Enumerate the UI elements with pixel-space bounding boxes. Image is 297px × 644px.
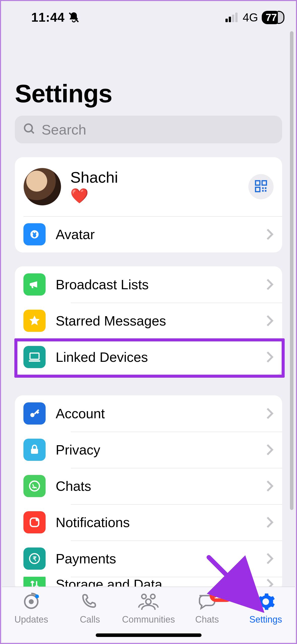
tab-label: Updates <box>14 614 48 625</box>
row-label: Chats <box>56 478 91 494</box>
chevron-right-icon <box>266 407 274 420</box>
chevron-right-icon <box>266 228 274 240</box>
svg-rect-8 <box>262 181 266 185</box>
svg-rect-2 <box>229 17 231 22</box>
row-broadcast-lists[interactable]: Broadcast Lists <box>15 266 282 303</box>
row-starred-messages[interactable]: Starred Messages <box>15 303 282 339</box>
row-label: Broadcast Lists <box>56 277 149 292</box>
svg-rect-17 <box>30 353 39 359</box>
row-privacy[interactable]: Privacy <box>15 432 282 468</box>
svg-rect-9 <box>255 187 260 191</box>
row-account[interactable]: Account <box>15 395 282 432</box>
chevron-right-icon <box>266 444 274 456</box>
megaphone-icon <box>23 273 46 296</box>
chats-badge: 124 <box>210 589 233 602</box>
notification-icon <box>23 511 46 533</box>
svg-rect-12 <box>262 190 264 192</box>
star-icon <box>23 310 46 332</box>
tab-label: Chats <box>195 614 219 625</box>
tab-communities[interactable]: Communities <box>123 592 174 625</box>
profile-name: Shachi <box>70 168 118 186</box>
lists-section: Broadcast Lists Starred Messages Linked … <box>15 266 282 375</box>
silent-icon <box>68 11 80 23</box>
search-input[interactable]: Search <box>15 116 282 143</box>
status-time: 11:44 <box>31 10 65 25</box>
battery-icon: 77 <box>262 11 281 24</box>
profile-status: ❤️ <box>70 186 118 205</box>
network-type: 4G <box>243 11 258 24</box>
lock-icon <box>23 439 46 461</box>
row-label: Linked Devices <box>56 349 148 365</box>
row-linked-devices[interactable]: Linked Devices <box>15 339 282 375</box>
search-icon <box>23 122 36 137</box>
scrollbar[interactable] <box>290 31 293 510</box>
chevron-right-icon <box>266 278 274 291</box>
profile-section: Shachi ❤️ Avatar <box>15 157 282 252</box>
tab-chats[interactable]: 124 Chats <box>182 592 232 625</box>
svg-rect-1 <box>225 19 228 22</box>
svg-rect-13 <box>265 190 267 192</box>
rupee-icon: ₹ <box>23 548 46 570</box>
laptop-icon <box>23 346 46 368</box>
row-label: Payments <box>56 551 116 566</box>
svg-point-16 <box>35 232 37 234</box>
chevron-right-icon <box>266 315 274 327</box>
row-payments[interactable]: ₹ Payments <box>15 540 282 577</box>
svg-point-15 <box>32 232 34 234</box>
page-title: Settings <box>15 79 282 108</box>
tab-label: Communities <box>122 614 175 625</box>
svg-rect-10 <box>262 187 264 189</box>
row-label: Starred Messages <box>56 313 166 329</box>
tab-settings[interactable]: Settings <box>241 592 291 625</box>
tab-updates[interactable]: Updates <box>6 592 56 625</box>
chevron-right-icon <box>266 553 274 565</box>
updates-icon <box>21 592 41 612</box>
tab-label: Settings <box>249 614 282 625</box>
search-placeholder: Search <box>42 121 86 138</box>
tab-calls[interactable]: Calls <box>65 592 115 625</box>
qr-code-button[interactable] <box>248 174 274 199</box>
chevron-right-icon <box>266 516 274 528</box>
row-label: Privacy <box>56 442 100 458</box>
svg-rect-11 <box>265 187 267 189</box>
svg-point-30 <box>146 599 151 604</box>
svg-rect-19 <box>31 449 38 454</box>
svg-point-18 <box>30 413 35 417</box>
settings-section: Account Privacy Chats Notifications <box>15 395 282 592</box>
svg-rect-3 <box>232 15 234 22</box>
status-bar: 11:44 4G 77 <box>1 1 296 29</box>
profile-photo <box>23 168 61 206</box>
calls-icon <box>81 592 99 612</box>
row-notifications[interactable]: Notifications <box>15 504 282 540</box>
svg-point-5 <box>25 124 32 132</box>
svg-point-27 <box>35 594 39 598</box>
avatar-icon <box>23 223 46 245</box>
qr-code-icon <box>254 180 268 194</box>
row-label: Notifications <box>56 514 130 530</box>
svg-point-22 <box>36 518 39 521</box>
key-icon <box>23 402 46 425</box>
chevron-right-icon <box>266 351 274 363</box>
row-chats[interactable]: Chats <box>15 468 282 504</box>
whatsapp-icon <box>23 475 46 497</box>
svg-rect-7 <box>255 181 260 185</box>
row-label: Avatar <box>56 227 95 242</box>
svg-line-6 <box>31 131 34 134</box>
signal-icon <box>225 13 239 22</box>
row-label: Account <box>56 406 105 421</box>
tab-label: Calls <box>80 614 100 625</box>
svg-rect-4 <box>235 13 238 22</box>
svg-point-26 <box>29 599 34 604</box>
svg-point-20 <box>30 481 40 491</box>
chevron-right-icon <box>266 480 274 492</box>
svg-point-29 <box>151 594 155 599</box>
row-avatar[interactable]: Avatar <box>15 216 282 252</box>
communities-icon <box>137 592 159 612</box>
gear-icon <box>256 592 276 612</box>
svg-text:₹: ₹ <box>33 555 37 562</box>
svg-point-14 <box>28 228 41 241</box>
home-indicator[interactable] <box>96 633 202 637</box>
profile-row[interactable]: Shachi ❤️ <box>15 157 282 216</box>
svg-point-28 <box>142 594 146 599</box>
